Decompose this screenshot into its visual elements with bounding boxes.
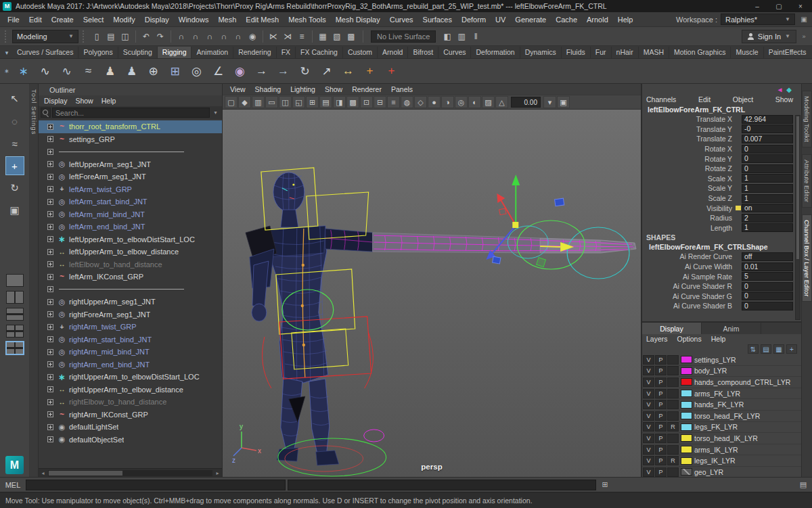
channel-value-field[interactable]: -0 <box>742 124 793 133</box>
shelf-tab-bifrost[interactable]: Bifrost <box>408 47 438 58</box>
shelf-tab-animation[interactable]: Animation <box>191 47 233 58</box>
outliner-item[interactable]: ↔rightUpperArm_to_elbow_distance <box>39 384 222 396</box>
use-default-material-icon[interactable]: ◎ <box>455 96 468 108</box>
expand-icon[interactable] <box>47 249 53 255</box>
isolate-select-icon[interactable]: △ <box>495 96 508 108</box>
channel-value-field[interactable]: 42.964 <box>742 115 793 124</box>
create-lattice-icon[interactable]: ⊞ <box>165 62 185 81</box>
outliner-item[interactable]: ~thorr_root_transform_CTRL <box>39 120 222 133</box>
shaded-icon[interactable]: ● <box>428 96 441 108</box>
orient-constraint-icon[interactable]: ↻ <box>295 62 315 81</box>
safe-action-icon[interactable]: ⊟ <box>374 96 386 108</box>
hud-icon[interactable]: ≡ <box>387 96 400 108</box>
toolbar-grip[interactable] <box>83 30 86 43</box>
image-plane-icon[interactable]: ◫ <box>279 96 292 108</box>
menu-select[interactable]: Select <box>78 16 109 24</box>
outliner-menu-show[interactable]: Show <box>71 97 97 105</box>
outliner-item[interactable]: +leftArm_twist_GRP <box>39 183 222 196</box>
search-input[interactable] <box>52 108 210 118</box>
channelbox-menu-object[interactable]: Object <box>733 95 753 103</box>
panel-tab-channel-box-layer-editor[interactable]: Channel Box / Layer Editor <box>802 214 812 302</box>
sign-in-button[interactable]: Sign In ▼ <box>742 30 796 43</box>
outliner-item[interactable]: ∗leftUpperArm_to_elbowDistStart_LOC <box>39 233 222 246</box>
shelf-tab-sculpting[interactable]: Sculpting <box>118 47 158 58</box>
channelbox-menu-show[interactable]: Show <box>775 95 793 103</box>
layer-color-swatch[interactable] <box>681 390 692 397</box>
channel-box-scrollbar[interactable] <box>795 115 800 320</box>
layer-row[interactable]: VParms_IK_LYR <box>642 444 801 456</box>
new-scene-icon[interactable]: ▯ <box>90 30 104 43</box>
manipulator-center-handle[interactable] <box>512 222 518 228</box>
snapshot-icon[interactable]: ▣ <box>557 96 570 108</box>
humanik-icon[interactable]: ♟ <box>122 62 141 81</box>
channel-value-field[interactable]: 0 <box>742 154 793 163</box>
joint-tool-icon[interactable]: ◎ <box>187 62 206 81</box>
layer-color-swatch[interactable] <box>681 412 692 419</box>
script-editor-button[interactable]: ▤ <box>796 479 810 491</box>
layer-row[interactable]: VPbody_LYR <box>642 366 801 377</box>
bind-skin-icon[interactable]: ◉ <box>230 62 250 81</box>
expand-icon[interactable] <box>47 411 53 417</box>
undo-icon[interactable]: ↶ <box>139 30 153 43</box>
custom-script-button-2[interactable]: + <box>382 62 401 81</box>
layer-displaytype-toggle[interactable] <box>667 467 679 477</box>
layer-color-swatch[interactable] <box>681 356 692 363</box>
channel-value-field[interactable]: 0.01 <box>742 262 793 271</box>
film-gate-icon[interactable]: ▤ <box>319 96 332 108</box>
open-scene-icon[interactable]: ▤ <box>104 30 118 43</box>
input-connections-icon[interactable]: ⋉ <box>267 30 280 43</box>
expand-icon[interactable] <box>47 161 53 167</box>
outliner-menu-help[interactable]: Help <box>97 97 120 105</box>
panel-tab-modeling-toolkit[interactable]: Modeling Toolkit <box>802 91 812 147</box>
outliner-item[interactable]: ↔leftUpperArm_to_elbow_distance <box>39 246 222 258</box>
outliner-item[interactable]: ◎leftForeArm_seg1_JNT <box>39 170 222 183</box>
outliner-item[interactable]: ◉defaultLightSet <box>39 421 222 434</box>
menu-cache[interactable]: Cache <box>551 16 582 24</box>
channel-value-field[interactable]: 5 <box>742 272 793 281</box>
layer-menu-help[interactable]: Help <box>711 335 726 343</box>
channel-value-field[interactable]: 0 <box>742 164 793 173</box>
command-language-toggle[interactable]: MEL <box>2 481 24 489</box>
channel-speed-icon[interactable]: ◆ <box>786 86 792 93</box>
layer-visibility-toggle[interactable]: V <box>643 400 654 409</box>
lasso-tool[interactable]: ◌ <box>5 112 24 131</box>
expand-icon[interactable] <box>47 374 53 380</box>
channel-value-field[interactable]: 1 <box>742 184 793 193</box>
channel-value-field[interactable]: 0.007 <box>742 135 793 143</box>
layer-row[interactable]: VPtorso_head_FK_LYR <box>642 411 801 422</box>
shadows-icon[interactable]: ◐ <box>468 96 481 108</box>
outliner-item[interactable]: ◎rightArm_start_bind_JNT <box>39 333 222 346</box>
menu-display[interactable]: Display <box>140 16 174 24</box>
expand-command-line-icon[interactable]: ⊞ <box>598 479 612 491</box>
outliner-separator-item[interactable] <box>39 145 222 158</box>
snap-to-grid-icon[interactable]: ∩ <box>175 30 188 43</box>
shelf-tab-fur[interactable]: Fur <box>591 47 612 58</box>
layer-options-button[interactable]: + <box>786 344 797 354</box>
outliner-item[interactable]: ◎leftArm_mid_bind_JNT <box>39 208 222 221</box>
parent-constraint-icon[interactable]: → <box>252 62 271 81</box>
outliner-item[interactable]: ◎leftUpperArm_seg1_JNT <box>39 158 222 171</box>
resolution-gate-icon[interactable]: ◨ <box>333 96 346 108</box>
expand-icon[interactable] <box>47 311 53 317</box>
layer-color-swatch[interactable] <box>681 457 692 465</box>
2d-pan-zoom-icon[interactable]: ◱ <box>292 96 305 108</box>
channelbox-menu-channels[interactable]: Channels <box>646 95 676 103</box>
custom-script-button-1[interactable]: + <box>360 62 380 81</box>
make-live-icon[interactable]: ◉ <box>246 30 259 43</box>
menu-mesh-display[interactable]: Mesh Display <box>331 16 385 24</box>
menu-mesh[interactable]: Mesh <box>213 16 241 24</box>
menu-set-selector[interactable]: Modeling ▼ <box>12 30 78 43</box>
expand-icon[interactable] <box>47 136 53 142</box>
scroll-right-icon[interactable]: ▸ <box>213 470 222 476</box>
layer-row[interactable]: VPtorso_head_IK_LYR <box>642 433 801 444</box>
layer-displaytype-toggle[interactable] <box>667 400 679 409</box>
layer-menu-layers[interactable]: Layers <box>646 335 668 343</box>
render-current-frame-icon[interactable]: ▦ <box>316 30 330 43</box>
scrollbar-track[interactable] <box>48 470 212 476</box>
search-icon[interactable] <box>41 108 51 118</box>
shelf-tab-rigging[interactable]: Rigging <box>158 47 192 58</box>
aim-constraint-icon[interactable]: ↗ <box>317 62 336 81</box>
save-scene-icon[interactable]: ◫ <box>118 30 132 43</box>
scrollbar-thumb[interactable] <box>796 116 799 259</box>
layer-visibility-toggle[interactable]: V <box>643 467 654 477</box>
